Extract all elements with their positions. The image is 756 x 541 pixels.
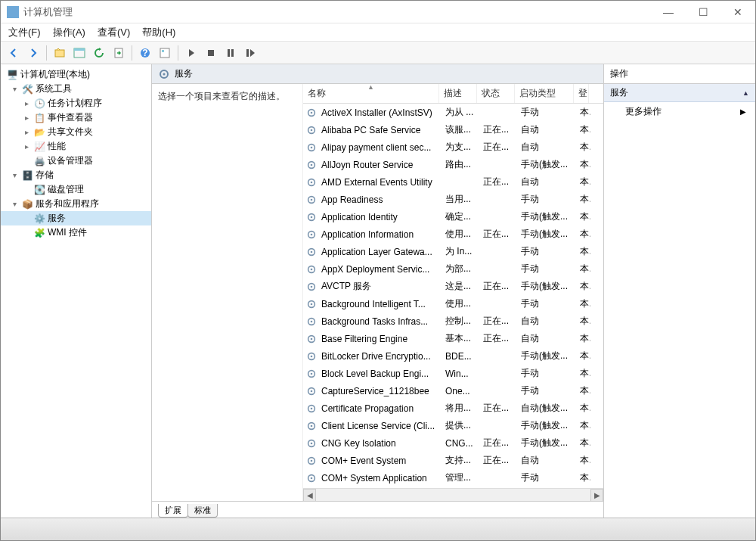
service-desc: 该服...	[441, 122, 479, 138]
service-row[interactable]: App Readiness当用...手动本	[303, 191, 603, 208]
service-row[interactable]: Application Layer Gatewa...为 In...手动本	[303, 243, 603, 260]
tree-services[interactable]: ⚙️ 服务	[1, 211, 151, 225]
tab-extended[interactable]: 扩展	[158, 504, 188, 518]
expand-icon[interactable]: ▸	[22, 113, 31, 122]
gear-icon	[306, 438, 317, 449]
scroll-track[interactable]	[316, 489, 590, 502]
svg-point-57	[311, 477, 313, 479]
horizontal-scrollbar[interactable]: ◀ ▶	[303, 488, 603, 501]
pause-button[interactable]	[222, 45, 239, 61]
service-row[interactable]: CaptureService_11218beeOne...手动本	[303, 382, 603, 400]
forward-button[interactable]	[25, 45, 42, 61]
service-startup: 自动	[516, 174, 575, 190]
service-row[interactable]: Background Tasks Infras...控制...正在...自动本	[303, 312, 603, 330]
tree-shared-folders[interactable]: ▸ 📂 共享文件夹	[1, 125, 151, 139]
service-row[interactable]: ActiveX Installer (AxInstSV)为从 ...手动本	[303, 104, 603, 121]
service-name: Client License Service (Cli...	[317, 419, 441, 433]
service-row[interactable]: Block Level Backup Engi...Win...手动本	[303, 365, 603, 382]
service-logon: 本	[575, 139, 590, 155]
service-row[interactable]: Application Identity确定...手动(触发...本	[303, 208, 603, 225]
menu-file[interactable]: 文件(F)	[5, 24, 44, 41]
maximize-button[interactable]: ☐	[686, 1, 720, 23]
up-button[interactable]	[51, 45, 68, 61]
refresh-button[interactable]	[91, 45, 107, 61]
service-status: 正在...	[479, 400, 516, 416]
expand-icon[interactable]: ▸	[22, 128, 31, 136]
tree-label: 性能	[48, 140, 66, 153]
column-status[interactable]: 状态	[477, 84, 515, 103]
help-button[interactable]: ?	[137, 45, 153, 61]
svg-point-47	[311, 390, 313, 392]
service-row[interactable]: AppX Deployment Servic...为部...手动本	[303, 260, 603, 278]
minimize-button[interactable]: —	[651, 1, 686, 23]
back-button[interactable]	[5, 45, 22, 61]
service-logon: 本	[575, 157, 590, 173]
export-button[interactable]	[110, 45, 127, 61]
service-desc: 当用...	[441, 191, 479, 207]
menu-help[interactable]: 帮助(H)	[139, 24, 178, 41]
play-button[interactable]	[183, 45, 200, 61]
service-logon: 本	[575, 244, 590, 260]
properties-button[interactable]	[156, 45, 173, 61]
collapse-icon[interactable]: ▾	[10, 200, 19, 208]
menu-action[interactable]: 操作(A)	[50, 24, 88, 41]
column-startup[interactable]: 启动类型	[515, 84, 574, 103]
svg-point-15	[311, 111, 313, 113]
tree-system-tools[interactable]: ▾ 🛠️ 系统工具	[1, 82, 151, 96]
svg-point-35	[311, 285, 313, 288]
tree-disk-management[interactable]: 💽 磁盘管理	[1, 182, 151, 197]
service-row[interactable]: Alipay payment client sec...为支...正在...自动…	[303, 138, 603, 156]
tree-wmi-control[interactable]: 🧩 WMI 控件	[1, 225, 151, 240]
scroll-right-arrow[interactable]: ▶	[590, 489, 603, 502]
column-logon[interactable]: 登	[574, 84, 589, 103]
service-desc: One...	[441, 384, 479, 398]
stop-button[interactable]	[203, 45, 219, 61]
service-row[interactable]: Certificate Propagation将用...正在...自动(触发..…	[303, 400, 603, 417]
service-row[interactable]: Client License Service (Cli...提供...手动(触发…	[303, 417, 603, 434]
service-row[interactable]: Background Intelligent T...使用...手动本	[303, 295, 603, 312]
service-row[interactable]: Application Information使用...正在...手动(触发..…	[303, 225, 603, 243]
collapse-arrow-icon: ▲	[742, 89, 749, 97]
column-description[interactable]: 描述	[439, 84, 477, 103]
actions-section-services[interactable]: 服务 ▲	[604, 84, 755, 102]
service-row[interactable]: BitLocker Drive Encryptio...BDE...手动(触发.…	[303, 347, 603, 365]
service-row[interactable]: COM+ Event System支持...正在...自动本	[303, 452, 603, 469]
restart-button[interactable]	[242, 45, 259, 61]
menu-view[interactable]: 查看(V)	[94, 24, 133, 41]
service-name: Alibaba PC Safe Service	[317, 123, 441, 137]
service-row[interactable]: AVCTP 服务这是...正在...手动(触发...本	[303, 278, 603, 295]
column-name[interactable]: ▲名称	[303, 84, 439, 103]
expand-icon[interactable]: ▸	[22, 99, 31, 107]
service-row[interactable]: AMD External Events Utility正在...自动本	[303, 173, 603, 191]
tree-device-manager[interactable]: 🖨️ 设备管理器	[1, 154, 151, 168]
gear-icon	[306, 247, 317, 257]
service-row[interactable]: Base Filtering Engine基本...正在...自动本	[303, 330, 603, 347]
collapse-icon[interactable]: ▾	[10, 171, 19, 179]
scroll-left-arrow[interactable]: ◀	[303, 489, 316, 502]
tree-event-viewer[interactable]: ▸ 📋 事件查看器	[1, 110, 151, 125]
tree-label: 事件查看器	[48, 111, 93, 124]
service-row[interactable]: AllJoyn Router Service路由...手动(触发...本	[303, 156, 603, 173]
tree-services-apps[interactable]: ▾ 📦 服务和应用程序	[1, 197, 151, 211]
tree-storage[interactable]: ▾ 🗄️ 存储	[1, 168, 151, 182]
service-row[interactable]: COM+ System Application管理...手动本	[303, 469, 603, 487]
tree-task-scheduler[interactable]: ▸ 🕒 任务计划程序	[1, 96, 151, 110]
service-desc: 这是...	[441, 278, 479, 294]
service-row[interactable]: Alibaba PC Safe Service该服...正在...自动本	[303, 121, 603, 138]
actions-more[interactable]: 更多操作 ▶	[604, 102, 755, 121]
tab-standard[interactable]: 标准	[187, 504, 218, 518]
titlebar: 计算机管理 — ☐ ✕	[1, 1, 755, 23]
svg-rect-0	[55, 50, 64, 57]
collapse-icon[interactable]: ▾	[10, 85, 19, 93]
tree-performance[interactable]: ▸ 📈 性能	[1, 139, 151, 154]
tree-root[interactable]: 🖥️ 计算机管理(本地)	[1, 67, 151, 82]
service-row[interactable]: CNG Key IsolationCNG...正在...手动(触发...本	[303, 434, 603, 452]
computer-icon: 🖥️	[6, 69, 18, 81]
expand-icon[interactable]: ▸	[22, 142, 31, 151]
service-name: Certificate Propagation	[317, 402, 441, 415]
list-body[interactable]: ActiveX Installer (AxInstSV)为从 ...手动本Ali…	[303, 104, 603, 488]
service-status: 正在...	[479, 452, 516, 468]
show-hide-tree-button[interactable]	[71, 45, 88, 61]
service-name: Application Layer Gatewa...	[317, 245, 441, 259]
close-button[interactable]: ✕	[720, 1, 755, 23]
